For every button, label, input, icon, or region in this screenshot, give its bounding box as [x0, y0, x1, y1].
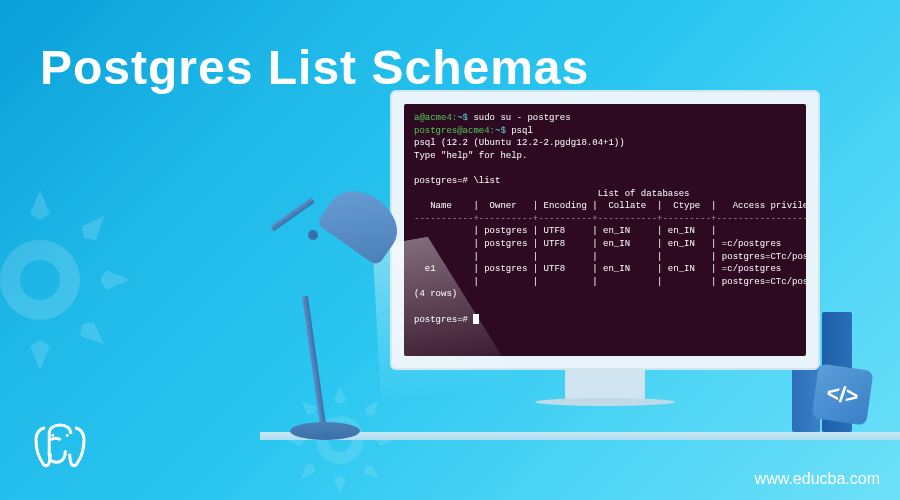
- terminal-cmd: sudo su - postgres: [473, 113, 570, 123]
- lamp-pole: [302, 296, 326, 426]
- monitor-illustration: a@acme4:~$ sudo su - postgres postgres@a…: [390, 90, 820, 400]
- terminal-user: postgres@acme4:: [414, 126, 495, 136]
- terminal-user: a@acme4:: [414, 113, 457, 123]
- lamp-head: [316, 178, 409, 266]
- lamp-illustration: [270, 140, 420, 440]
- title-section: Postgres List Schemas: [40, 40, 589, 95]
- terminal-cmd: \list: [473, 176, 500, 186]
- lamp-joint: [308, 230, 318, 240]
- terminal-line: postgres@acme4:~$ psql: [414, 125, 796, 138]
- postgresql-logo-icon: [30, 416, 90, 480]
- terminal-blank: [414, 162, 796, 175]
- svg-point-0: [51, 434, 54, 437]
- terminal-cursor: [473, 314, 479, 324]
- terminal-output: psql (12.2 (Ubuntu 12.2-2.pgdg18.04+1)): [414, 137, 796, 150]
- terminal-blank: [414, 301, 796, 314]
- svg-point-1: [66, 434, 69, 437]
- terminal-prompt: postgres=#: [414, 176, 473, 186]
- monitor-base: [535, 398, 675, 406]
- terminal-line: postgres=# \list: [414, 175, 796, 188]
- monitor-stand: [565, 370, 645, 400]
- hero-banner: Postgres List Schemas a@acme4:~$ sudo su…: [0, 0, 900, 500]
- page-title: Postgres List Schemas: [40, 40, 589, 95]
- terminal-screen: a@acme4:~$ sudo su - postgres postgres@a…: [404, 104, 806, 356]
- table-row: e1 | postgres | UTF8 | en_IN | en_IN | =…: [414, 263, 796, 276]
- terminal-path: ~$: [495, 126, 511, 136]
- terminal-line: a@acme4:~$ sudo su - postgres: [414, 112, 796, 125]
- table-rows-count: (4 rows): [414, 288, 796, 301]
- terminal-output: Type "help" for help.: [414, 150, 796, 163]
- table-row: | | | | | postgres=CTc/postgres+: [414, 251, 796, 264]
- lamp-arm: [270, 198, 314, 232]
- table-title: List of databases: [414, 188, 796, 201]
- terminal-cmd: psql: [511, 126, 533, 136]
- table-row: | postgres | UTF8 | en_IN | en_IN |: [414, 225, 796, 238]
- monitor-bezel: a@acme4:~$ sudo su - postgres postgres@a…: [390, 90, 820, 370]
- table-divider: -----------+----------+----------+------…: [414, 213, 796, 226]
- code-badge-icon: </>: [811, 363, 873, 425]
- gear-decoration-large: [0, 180, 140, 380]
- table-row: | | | | | postgres=CTc/postgres: [414, 276, 796, 289]
- terminal-path: ~$: [457, 113, 473, 123]
- watermark-url: www.educba.com: [755, 470, 880, 488]
- terminal-line: postgres=#: [414, 314, 796, 327]
- lamp-base: [290, 422, 360, 440]
- table-header: Name | Owner | Encoding | Collate | Ctyp…: [414, 200, 796, 213]
- terminal-prompt: postgres=#: [414, 315, 473, 325]
- table-row: | postgres | UTF8 | en_IN | en_IN | =c/p…: [414, 238, 796, 251]
